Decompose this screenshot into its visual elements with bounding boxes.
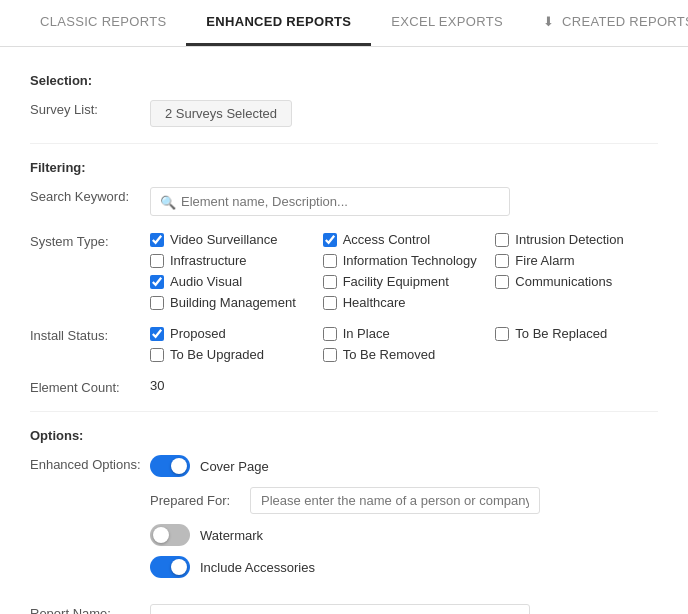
- system-type-checkbox-label-3: Infrastructure: [170, 253, 247, 268]
- list-item: To Be Removed: [323, 347, 486, 362]
- list-item: Access Control: [323, 232, 486, 247]
- system-type-checkbox-10[interactable]: [323, 296, 337, 310]
- survey-list-button[interactable]: 2 Surveys Selected: [150, 100, 292, 127]
- system-type-checkbox-label-2: Intrusion Detection: [515, 232, 623, 247]
- list-item: Infrastructure: [150, 253, 313, 268]
- list-item: To Be Upgraded: [150, 347, 313, 362]
- system-type-checkbox-8[interactable]: [495, 275, 509, 289]
- search-input[interactable]: [150, 187, 510, 216]
- install-status-checkbox-0[interactable]: [150, 327, 164, 341]
- survey-list-content: 2 Surveys Selected: [150, 100, 658, 127]
- install-status-grid: ProposedIn PlaceTo Be ReplacedTo Be Upgr…: [150, 326, 658, 362]
- survey-list-row: Survey List: 2 Surveys Selected: [30, 100, 658, 127]
- report-name-row: Report Name:: [30, 604, 658, 614]
- install-status-checkbox-label-3: To Be Upgraded: [170, 347, 264, 362]
- system-type-checkbox-9[interactable]: [150, 296, 164, 310]
- list-item: To Be Replaced: [495, 326, 658, 341]
- system-type-checkbox-7[interactable]: [323, 275, 337, 289]
- system-type-row: System Type: Video SurveillanceAccess Co…: [30, 232, 658, 310]
- classic-reports-tab-label: CLASSIC REPORTS: [40, 14, 166, 29]
- system-type-checkbox-label-5: Fire Alarm: [515, 253, 574, 268]
- system-type-checkbox-label-8: Communications: [515, 274, 612, 289]
- prepared-for-row: Prepared For:: [150, 487, 658, 514]
- system-type-checkbox-label-1: Access Control: [343, 232, 430, 247]
- search-icon: 🔍: [160, 194, 176, 209]
- install-status-checkbox-4[interactable]: [323, 348, 337, 362]
- list-item: Information Technology: [323, 253, 486, 268]
- install-status-label: Install Status:: [30, 326, 150, 343]
- include-accessories-label: Include Accessories: [200, 560, 315, 575]
- enhanced-reports-tab-label: ENHANCED REPORTS: [206, 14, 351, 29]
- watermark-row: Watermark: [150, 524, 658, 546]
- list-item: Video Surveillance: [150, 232, 313, 247]
- enhanced-options-label: Enhanced Options:: [30, 455, 150, 472]
- install-status-checkbox-1[interactable]: [323, 327, 337, 341]
- list-item: Audio Visual: [150, 274, 313, 289]
- system-type-checkbox-0[interactable]: [150, 233, 164, 247]
- filtering-title: Filtering:: [30, 160, 658, 175]
- system-type-checkbox-1[interactable]: [323, 233, 337, 247]
- excel-exports-tab-label: EXCEL EXPORTS: [391, 14, 503, 29]
- list-item: Proposed: [150, 326, 313, 341]
- list-item: Facility Equipment: [323, 274, 486, 289]
- download-icon: ⬇: [543, 14, 554, 29]
- search-keyword-content: 🔍: [150, 187, 658, 216]
- system-type-grid: Video SurveillanceAccess ControlIntrusio…: [150, 232, 658, 310]
- search-keyword-row: Search Keyword: 🔍: [30, 187, 658, 216]
- tab-created[interactable]: ⬇ CREATED REPORTS: [523, 0, 688, 46]
- section-divider-2: [30, 411, 658, 412]
- system-type-checkbox-label-9: Building Management: [170, 295, 296, 310]
- prepared-for-label: Prepared For:: [150, 493, 240, 508]
- selection-title: Selection:: [30, 73, 658, 88]
- tab-excel[interactable]: EXCEL EXPORTS: [371, 0, 523, 46]
- tab-classic[interactable]: CLASSIC REPORTS: [20, 0, 186, 46]
- include-accessories-toggle-slider: [150, 556, 190, 578]
- system-type-checkbox-label-7: Facility Equipment: [343, 274, 449, 289]
- install-status-checkbox-label-2: To Be Replaced: [515, 326, 607, 341]
- element-count-row: Element Count: 30: [30, 378, 658, 395]
- element-count-label: Element Count:: [30, 378, 150, 395]
- install-status-checkbox-3[interactable]: [150, 348, 164, 362]
- nav-tabs: CLASSIC REPORTS ENHANCED REPORTS EXCEL E…: [0, 0, 688, 47]
- watermark-toggle[interactable]: [150, 524, 190, 546]
- system-type-checkbox-2[interactable]: [495, 233, 509, 247]
- install-status-content: ProposedIn PlaceTo Be ReplacedTo Be Upgr…: [150, 326, 658, 362]
- system-type-checkbox-label-6: Audio Visual: [170, 274, 242, 289]
- system-type-checkbox-label-10: Healthcare: [343, 295, 406, 310]
- report-name-label: Report Name:: [30, 604, 150, 614]
- list-item: Intrusion Detection: [495, 232, 658, 247]
- watermark-label: Watermark: [200, 528, 263, 543]
- include-accessories-row: Include Accessories: [150, 556, 658, 578]
- system-type-checkbox-3[interactable]: [150, 254, 164, 268]
- system-type-checkbox-6[interactable]: [150, 275, 164, 289]
- install-status-checkbox-label-4: To Be Removed: [343, 347, 436, 362]
- search-keyword-label: Search Keyword:: [30, 187, 150, 204]
- prepared-for-input[interactable]: [250, 487, 540, 514]
- list-item: Communications: [495, 274, 658, 289]
- cover-page-row: Cover Page: [150, 455, 658, 477]
- report-name-input[interactable]: [150, 604, 530, 614]
- system-type-checkbox-label-4: Information Technology: [343, 253, 477, 268]
- include-accessories-toggle[interactable]: [150, 556, 190, 578]
- system-type-checkbox-label-0: Video Surveillance: [170, 232, 277, 247]
- enhanced-options-content: Cover Page Prepared For: Watermark: [150, 455, 658, 588]
- created-reports-tab-label: CREATED REPORTS: [562, 14, 688, 29]
- report-name-content: [150, 604, 658, 614]
- system-type-content: Video SurveillanceAccess ControlIntrusio…: [150, 232, 658, 310]
- install-status-checkbox-2[interactable]: [495, 327, 509, 341]
- main-content: Selection: Survey List: 2 Surveys Select…: [0, 47, 688, 614]
- list-item: In Place: [323, 326, 486, 341]
- element-count-value: 30: [150, 378, 164, 393]
- system-type-checkbox-4[interactable]: [323, 254, 337, 268]
- cover-page-label: Cover Page: [200, 459, 269, 474]
- system-type-checkbox-5[interactable]: [495, 254, 509, 268]
- tab-enhanced[interactable]: ENHANCED REPORTS: [186, 0, 371, 46]
- enhanced-options-row: Enhanced Options: Cover Page Prepared Fo…: [30, 455, 658, 588]
- watermark-toggle-slider: [150, 524, 190, 546]
- survey-list-label: Survey List:: [30, 100, 150, 117]
- cover-page-toggle[interactable]: [150, 455, 190, 477]
- section-divider-1: [30, 143, 658, 144]
- element-count-content: 30: [150, 378, 658, 393]
- options-title: Options:: [30, 428, 658, 443]
- list-item: Fire Alarm: [495, 253, 658, 268]
